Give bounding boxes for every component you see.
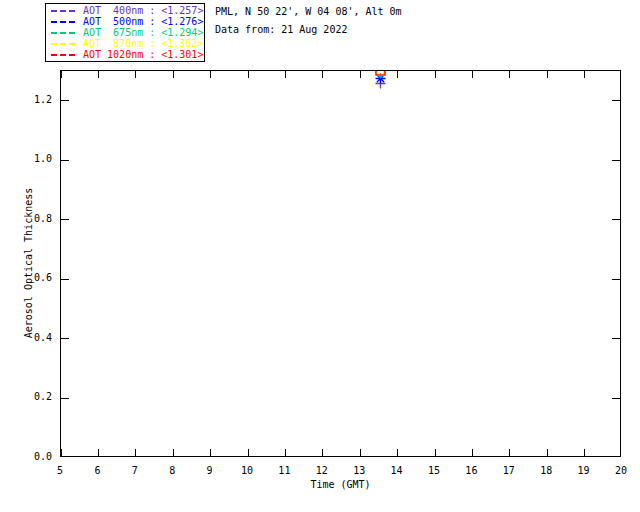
y-tick-label: 0.8 <box>22 213 52 225</box>
y-tick-right <box>612 160 620 161</box>
y-axis-label: Aerosol Optical Thickness <box>23 188 34 339</box>
y-tick-left <box>61 219 69 220</box>
x-tick-label: 10 <box>234 465 260 477</box>
x-tick-bottom <box>397 449 398 456</box>
legend-line-sample <box>51 32 78 34</box>
y-tick-label: 0.4 <box>22 332 52 344</box>
x-tick-top <box>397 71 398 78</box>
station-title: PML, N 50 22', W 04 08', Alt 0m <box>215 6 402 18</box>
y-tick-right <box>612 338 620 339</box>
x-tick-label: 5 <box>47 465 73 477</box>
marker-aot-1020nm <box>374 70 387 77</box>
legend-item-label: AOT 400nm : <1.257> <box>83 5 203 16</box>
legend-item-aot-1020nm: AOT 1020nm : <1.301> <box>46 49 204 60</box>
x-tick-top <box>248 71 249 78</box>
square-marker-icon <box>374 70 387 77</box>
y-tick-right <box>612 279 620 280</box>
legend: AOT 400nm : <1.257>AOT 500nm : <1.276>AO… <box>45 3 205 62</box>
legend-item-label: AOT 500nm : <1.276> <box>83 16 203 27</box>
y-tick-right <box>612 398 620 399</box>
legend-line-sample <box>51 43 78 45</box>
x-tick-bottom <box>360 449 361 456</box>
x-tick-label: 13 <box>346 465 372 477</box>
x-tick-bottom <box>98 449 99 456</box>
y-tick-left <box>61 100 69 101</box>
x-tick-label: 7 <box>122 465 148 477</box>
x-tick-label: 19 <box>571 465 597 477</box>
x-tick-bottom <box>584 449 585 456</box>
x-tick-bottom <box>61 449 62 456</box>
x-tick-bottom <box>547 449 548 456</box>
legend-item-aot-500nm: AOT 500nm : <1.276> <box>46 16 204 27</box>
x-tick-bottom <box>322 449 323 456</box>
x-tick-label: 16 <box>458 465 484 477</box>
y-tick-left <box>61 279 69 280</box>
legend-item-label: AOT 870nm : <1.302> <box>83 38 203 49</box>
x-tick-label: 18 <box>533 465 559 477</box>
x-tick-bottom <box>135 449 136 456</box>
x-tick-label: 8 <box>159 465 185 477</box>
x-tick-top <box>547 71 548 78</box>
x-tick-bottom <box>509 449 510 456</box>
x-tick-top <box>435 71 436 78</box>
legend-item-label: AOT 1020nm : <1.301> <box>83 49 203 60</box>
x-tick-bottom <box>472 449 473 456</box>
legend-item-aot-400nm: AOT 400nm : <1.257> <box>46 5 204 16</box>
x-tick-top <box>472 71 473 78</box>
y-tick-label: 0.6 <box>22 272 52 284</box>
x-tick-top <box>584 71 585 78</box>
x-tick-top <box>322 71 323 78</box>
aot-scatter-plot: AOT 400nm : <1.257>AOT 500nm : <1.276>AO… <box>0 0 640 512</box>
x-tick-bottom <box>173 449 174 456</box>
data-date: Data from: 21 Aug 2022 <box>215 24 402 36</box>
y-tick-label: 0.0 <box>22 451 52 463</box>
legend-line-sample <box>51 21 78 23</box>
y-tick-left <box>61 160 69 161</box>
x-tick-label: 20 <box>608 465 634 477</box>
x-tick-label: 12 <box>309 465 335 477</box>
x-tick-bottom <box>248 449 249 456</box>
x-tick-top <box>509 71 510 78</box>
x-tick-label: 14 <box>384 465 410 477</box>
x-tick-top <box>285 71 286 78</box>
x-tick-label: 9 <box>197 465 223 477</box>
plot-title-block: PML, N 50 22', W 04 08', Alt 0m Data fro… <box>215 6 402 36</box>
x-tick-label: 17 <box>496 465 522 477</box>
y-tick-label: 1.0 <box>22 153 52 165</box>
x-tick-top <box>98 71 99 78</box>
y-tick-label: 1.2 <box>22 94 52 106</box>
y-tick-right <box>612 219 620 220</box>
legend-item-aot-675nm: AOT 675nm : <1.294> <box>46 27 204 38</box>
x-tick-label: 15 <box>421 465 447 477</box>
x-tick-label: 11 <box>271 465 297 477</box>
y-tick-left <box>61 338 69 339</box>
y-tick-left <box>61 398 69 399</box>
x-tick-top <box>61 71 62 78</box>
x-tick-top <box>360 71 361 78</box>
plot-area <box>60 70 621 457</box>
x-tick-top <box>210 71 211 78</box>
x-tick-label: 6 <box>84 465 110 477</box>
x-axis-label: Time (GMT) <box>60 479 621 490</box>
legend-item-label: AOT 675nm : <1.294> <box>83 27 203 38</box>
x-tick-bottom <box>285 449 286 456</box>
y-tick-right <box>612 100 620 101</box>
x-tick-top <box>173 71 174 78</box>
legend-line-sample <box>51 54 78 56</box>
x-tick-top <box>135 71 136 78</box>
legend-item-aot-870nm: AOT 870nm : <1.302> <box>46 38 204 49</box>
y-tick-label: 0.2 <box>22 391 52 403</box>
x-tick-bottom <box>210 449 211 456</box>
x-tick-bottom <box>435 449 436 456</box>
legend-line-sample <box>51 10 78 12</box>
